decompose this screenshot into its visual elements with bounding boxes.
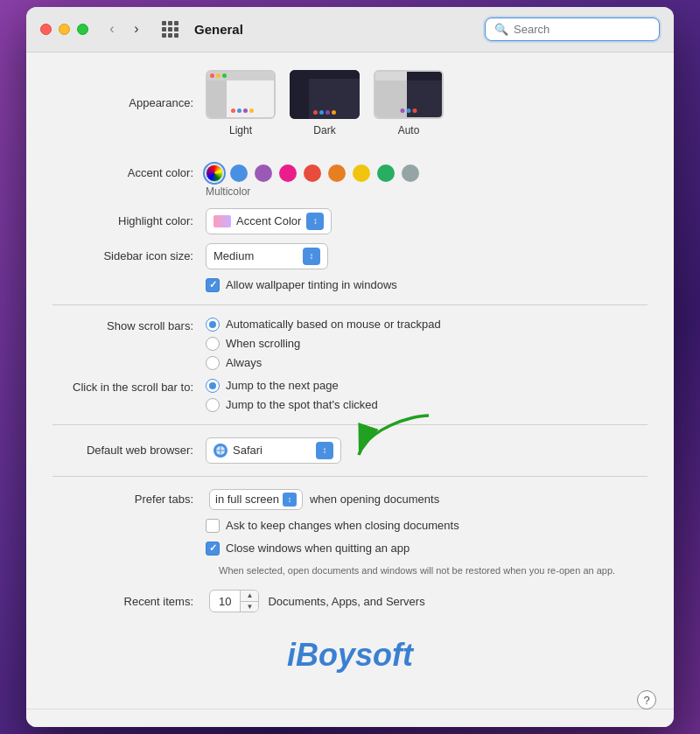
scroll-bars-always-option[interactable]: Always xyxy=(206,356,441,370)
thumb-colors xyxy=(401,108,417,113)
divider-1 xyxy=(52,304,648,305)
show-scroll-bars-row: Show scroll bars: Automatically based on… xyxy=(52,318,648,370)
stepper-down-button[interactable]: ▼ xyxy=(241,602,258,612)
auto-left-bar xyxy=(375,72,410,80)
highlight-color-dropdown[interactable]: Accent Color ↕ xyxy=(206,208,332,234)
default-browser-row: Default web browser: Safari ↕ xyxy=(52,437,648,464)
scroll-bars-auto-radio[interactable] xyxy=(206,318,220,332)
accent-red[interactable] xyxy=(304,164,321,182)
wallpaper-tinting-row: Allow wallpaper tinting in windows xyxy=(206,278,648,292)
ask-keep-changes-label: Ask to keep changes when closing documen… xyxy=(226,519,459,532)
divider-3 xyxy=(52,476,648,477)
color-dot xyxy=(231,108,235,113)
grid-dot xyxy=(162,21,166,25)
accent-green[interactable] xyxy=(377,164,395,182)
scroll-bars-scrolling-radio[interactable] xyxy=(206,337,220,351)
close-button[interactable] xyxy=(40,24,52,35)
dark-label: Dark xyxy=(313,124,335,136)
appearance-light-option[interactable]: Light xyxy=(206,70,276,136)
forward-button[interactable]: › xyxy=(127,19,146,38)
ask-keep-changes-row: Ask to keep changes when closing documen… xyxy=(206,519,648,533)
accent-orange[interactable] xyxy=(328,164,346,182)
accent-yellow[interactable] xyxy=(353,164,370,182)
ask-keep-changes-checkbox[interactable] xyxy=(206,519,220,533)
click-spot-radio[interactable] xyxy=(206,398,220,412)
close-windows-row: Close windows when quitting an app xyxy=(206,542,648,556)
color-dot xyxy=(401,108,405,113)
search-box[interactable]: 🔍 xyxy=(485,17,660,41)
color-dot xyxy=(313,110,318,115)
scroll-bars-scrolling-label: When scrolling xyxy=(226,337,300,350)
color-dot xyxy=(249,108,254,113)
recent-items-stepper[interactable]: 10 ▲ ▼ xyxy=(209,590,259,612)
default-browser-label: Default web browser: xyxy=(52,444,206,457)
light-preview xyxy=(206,70,276,119)
dark-bar xyxy=(290,70,360,79)
accent-selected-label: Multicolor xyxy=(206,185,250,198)
appearance-row: Appearance: xyxy=(52,70,648,150)
click-next-page-radio[interactable] xyxy=(206,379,220,393)
scroll-bars-scrolling-option[interactable]: When scrolling xyxy=(206,337,441,351)
prefer-tabs-controls: in full screen ↕ when opening documents xyxy=(206,489,439,510)
color-dot xyxy=(319,110,324,115)
click-scroll-bar-label: Click in the scroll bar to: xyxy=(52,379,206,394)
stepper-up-button[interactable]: ▲ xyxy=(241,591,258,602)
thumb-colors xyxy=(231,108,254,113)
accent-graphite[interactable] xyxy=(402,164,419,182)
scroll-bars-auto-label: Automatically based on mouse or trackpad xyxy=(226,318,441,331)
color-dot xyxy=(332,110,336,115)
dark-content xyxy=(309,79,360,119)
prefer-tabs-dropdown[interactable]: in full screen ↕ xyxy=(209,489,303,510)
click-next-page-option[interactable]: Jump to the next page xyxy=(206,379,378,393)
accent-pink[interactable] xyxy=(279,164,297,182)
nav-buttons: ‹ › xyxy=(102,19,146,38)
recent-items-value: 10 xyxy=(210,595,240,608)
back-button[interactable]: ‹ xyxy=(102,19,122,38)
minimize-button[interactable] xyxy=(59,24,70,35)
search-input[interactable] xyxy=(514,23,650,36)
watermark-text: iBoysoft xyxy=(52,628,648,691)
prefer-tabs-arrow: ↕ xyxy=(283,493,297,507)
dot-green xyxy=(222,73,227,78)
accent-blue[interactable] xyxy=(230,164,248,182)
appearance-label: Appearance: xyxy=(52,96,206,109)
system-preferences-window: ‹ › General 🔍 Appearance: xyxy=(26,7,674,727)
sidebar-icon-size-dropdown[interactable]: Medium ↕ xyxy=(206,243,328,269)
browser-dropdown-arrow: ↕ xyxy=(316,442,333,459)
safari-icon xyxy=(214,444,228,458)
color-dot xyxy=(237,108,242,113)
recent-items-row: Recent items: 10 ▲ ▼ Documents, Apps, an… xyxy=(52,590,648,612)
close-windows-checkbox[interactable] xyxy=(206,542,220,556)
click-spot-label: Jump to the spot that's clicked xyxy=(226,398,378,411)
auto-label: Auto xyxy=(398,124,420,136)
all-preferences-button[interactable] xyxy=(162,21,178,38)
click-spot-option[interactable]: Jump to the spot that's clicked xyxy=(206,398,378,412)
accent-multicolor[interactable] xyxy=(206,164,223,182)
appearance-dark-option[interactable]: Dark xyxy=(290,70,360,136)
prefer-tabs-label: Prefer tabs: xyxy=(52,493,206,506)
highlight-swatch xyxy=(214,215,231,227)
light-content xyxy=(227,80,274,117)
accent-purple[interactable] xyxy=(255,164,272,182)
recent-items-controls: 10 ▲ ▼ Documents, Apps, and Servers xyxy=(206,590,425,612)
maximize-button[interactable] xyxy=(77,24,88,35)
titlebar: ‹ › General 🔍 xyxy=(26,7,674,52)
default-browser-dropdown[interactable]: Safari ↕ xyxy=(206,437,341,464)
appearance-auto-option[interactable]: Auto xyxy=(374,70,444,136)
recent-items-label: Recent items: xyxy=(52,595,206,608)
wallpaper-tinting-checkbox[interactable] xyxy=(206,278,220,292)
light-label: Light xyxy=(229,124,252,136)
appearance-options: Light xyxy=(206,70,444,136)
scroll-bars-auto-option[interactable]: Automatically based on mouse or trackpad xyxy=(206,318,441,332)
scroll-bars-always-radio[interactable] xyxy=(206,356,220,370)
thumb-colors xyxy=(313,110,336,115)
grid-dot xyxy=(168,27,172,31)
green-arrow-annotation xyxy=(350,411,446,468)
scroll-bars-radio-group: Automatically based on mouse or trackpad… xyxy=(206,318,441,370)
sidebar-icon-size-label: Sidebar icon size: xyxy=(52,249,206,262)
grid-dot xyxy=(174,33,178,38)
auto-right-bar xyxy=(407,72,442,80)
bottom-bar: ? xyxy=(26,709,674,727)
sidebar-size-arrow-icon: ↕ xyxy=(303,248,320,265)
stepper-buttons: ▲ ▼ xyxy=(240,591,258,612)
